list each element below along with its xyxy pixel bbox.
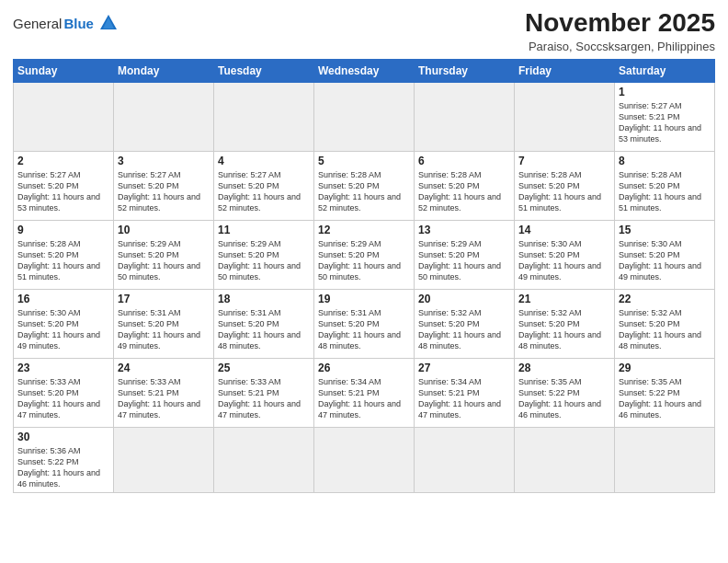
day-number: 14 xyxy=(518,224,610,236)
weekday-header-thursday: Thursday xyxy=(415,59,515,82)
logo-text: General Blue xyxy=(13,13,119,33)
calendar-cell: 3Sunrise: 5:27 AM Sunset: 5:20 PM Daylig… xyxy=(114,151,214,220)
calendar-cell xyxy=(14,82,114,151)
calendar-cell: 16Sunrise: 5:30 AM Sunset: 5:20 PM Dayli… xyxy=(14,289,114,358)
day-number: 12 xyxy=(318,224,410,236)
cell-info: Sunrise: 5:32 AM Sunset: 5:20 PM Dayligh… xyxy=(518,307,610,352)
cell-info: Sunrise: 5:33 AM Sunset: 5:20 PM Dayligh… xyxy=(17,376,109,421)
day-number: 27 xyxy=(418,362,510,374)
cell-info: Sunrise: 5:31 AM Sunset: 5:20 PM Dayligh… xyxy=(118,307,210,352)
calendar-cell: 22Sunrise: 5:32 AM Sunset: 5:20 PM Dayli… xyxy=(615,289,715,358)
day-number: 13 xyxy=(418,224,510,236)
location: Paraiso, Soccsksargen, Philippines xyxy=(525,40,715,53)
calendar-cell: 14Sunrise: 5:30 AM Sunset: 5:20 PM Dayli… xyxy=(515,220,615,289)
logo-general-text: General xyxy=(13,16,62,31)
calendar-cell: 1Sunrise: 5:27 AM Sunset: 5:21 PM Daylig… xyxy=(615,82,715,151)
cell-info: Sunrise: 5:27 AM Sunset: 5:20 PM Dayligh… xyxy=(218,169,310,214)
calendar-cell: 28Sunrise: 5:35 AM Sunset: 5:22 PM Dayli… xyxy=(515,358,615,427)
calendar-cell: 8Sunrise: 5:28 AM Sunset: 5:20 PM Daylig… xyxy=(615,151,715,220)
cell-info: Sunrise: 5:29 AM Sunset: 5:20 PM Dayligh… xyxy=(118,238,210,283)
cell-info: Sunrise: 5:34 AM Sunset: 5:21 PM Dayligh… xyxy=(418,376,510,421)
calendar-cell: 2Sunrise: 5:27 AM Sunset: 5:20 PM Daylig… xyxy=(14,151,114,220)
day-number: 16 xyxy=(17,293,109,305)
day-number: 5 xyxy=(318,155,410,167)
day-number: 8 xyxy=(619,155,711,167)
cell-info: Sunrise: 5:34 AM Sunset: 5:21 PM Dayligh… xyxy=(318,376,410,421)
day-number: 10 xyxy=(118,224,210,236)
day-number: 23 xyxy=(17,362,109,374)
weekday-header-monday: Monday xyxy=(114,59,214,82)
calendar-cell xyxy=(214,82,314,151)
calendar-cell: 7Sunrise: 5:28 AM Sunset: 5:20 PM Daylig… xyxy=(515,151,615,220)
calendar-cell xyxy=(415,82,515,151)
day-number: 28 xyxy=(518,362,610,374)
cell-info: Sunrise: 5:33 AM Sunset: 5:21 PM Dayligh… xyxy=(218,376,310,421)
weekday-header-row: SundayMondayTuesdayWednesdayThursdayFrid… xyxy=(14,59,715,82)
calendar-cell: 4Sunrise: 5:27 AM Sunset: 5:20 PM Daylig… xyxy=(214,151,314,220)
calendar-cell: 10Sunrise: 5:29 AM Sunset: 5:20 PM Dayli… xyxy=(114,220,214,289)
calendar-cell: 21Sunrise: 5:32 AM Sunset: 5:20 PM Dayli… xyxy=(515,289,615,358)
page: General Blue November 2025 Paraiso, Socc… xyxy=(0,0,728,563)
calendar-week-row: 23Sunrise: 5:33 AM Sunset: 5:20 PM Dayli… xyxy=(14,358,715,427)
calendar-cell: 19Sunrise: 5:31 AM Sunset: 5:20 PM Dayli… xyxy=(314,289,415,358)
calendar-cell xyxy=(615,427,715,493)
title-area: November 2025 Paraiso, Soccsksargen, Phi… xyxy=(525,9,715,53)
weekday-header-tuesday: Tuesday xyxy=(214,59,314,82)
calendar-cell: 29Sunrise: 5:35 AM Sunset: 5:22 PM Dayli… xyxy=(615,358,715,427)
logo-blue-text: Blue xyxy=(63,16,94,31)
calendar-cell: 24Sunrise: 5:33 AM Sunset: 5:21 PM Dayli… xyxy=(114,358,214,427)
day-number: 19 xyxy=(318,293,410,305)
day-number: 2 xyxy=(17,155,109,167)
cell-info: Sunrise: 5:36 AM Sunset: 5:22 PM Dayligh… xyxy=(17,445,109,490)
day-number: 11 xyxy=(218,224,310,236)
cell-info: Sunrise: 5:32 AM Sunset: 5:20 PM Dayligh… xyxy=(418,307,510,352)
day-number: 29 xyxy=(619,362,711,374)
cell-info: Sunrise: 5:30 AM Sunset: 5:20 PM Dayligh… xyxy=(619,238,711,283)
cell-info: Sunrise: 5:28 AM Sunset: 5:20 PM Dayligh… xyxy=(17,238,109,283)
calendar-week-row: 2Sunrise: 5:27 AM Sunset: 5:20 PM Daylig… xyxy=(14,151,715,220)
weekday-header-wednesday: Wednesday xyxy=(314,59,415,82)
cell-info: Sunrise: 5:35 AM Sunset: 5:22 PM Dayligh… xyxy=(619,376,711,421)
cell-info: Sunrise: 5:31 AM Sunset: 5:20 PM Dayligh… xyxy=(318,307,410,352)
day-number: 22 xyxy=(619,293,711,305)
cell-info: Sunrise: 5:32 AM Sunset: 5:20 PM Dayligh… xyxy=(619,307,711,352)
cell-info: Sunrise: 5:29 AM Sunset: 5:20 PM Dayligh… xyxy=(218,238,310,283)
cell-info: Sunrise: 5:33 AM Sunset: 5:21 PM Dayligh… xyxy=(118,376,210,421)
calendar-cell: 15Sunrise: 5:30 AM Sunset: 5:20 PM Dayli… xyxy=(615,220,715,289)
cell-info: Sunrise: 5:28 AM Sunset: 5:20 PM Dayligh… xyxy=(518,169,610,214)
cell-info: Sunrise: 5:28 AM Sunset: 5:20 PM Dayligh… xyxy=(318,169,410,214)
calendar-cell xyxy=(114,82,214,151)
calendar-cell: 9Sunrise: 5:28 AM Sunset: 5:20 PM Daylig… xyxy=(14,220,114,289)
day-number: 15 xyxy=(619,224,711,236)
cell-info: Sunrise: 5:27 AM Sunset: 5:21 PM Dayligh… xyxy=(619,100,711,145)
cell-info: Sunrise: 5:30 AM Sunset: 5:20 PM Dayligh… xyxy=(17,307,109,352)
header: General Blue November 2025 Paraiso, Socc… xyxy=(13,9,715,53)
calendar-cell xyxy=(314,82,415,151)
calendar-cell: 17Sunrise: 5:31 AM Sunset: 5:20 PM Dayli… xyxy=(114,289,214,358)
cell-info: Sunrise: 5:30 AM Sunset: 5:20 PM Dayligh… xyxy=(518,238,610,283)
calendar-cell: 12Sunrise: 5:29 AM Sunset: 5:20 PM Dayli… xyxy=(314,220,415,289)
day-number: 18 xyxy=(218,293,310,305)
day-number: 4 xyxy=(218,155,310,167)
cell-info: Sunrise: 5:28 AM Sunset: 5:20 PM Dayligh… xyxy=(619,169,711,214)
cell-info: Sunrise: 5:31 AM Sunset: 5:20 PM Dayligh… xyxy=(218,307,310,352)
calendar-cell xyxy=(415,427,515,493)
day-number: 17 xyxy=(118,293,210,305)
month-title: November 2025 xyxy=(525,9,715,38)
day-number: 3 xyxy=(118,155,210,167)
calendar-cell: 23Sunrise: 5:33 AM Sunset: 5:20 PM Dayli… xyxy=(14,358,114,427)
calendar-cell xyxy=(314,427,415,493)
cell-info: Sunrise: 5:29 AM Sunset: 5:20 PM Dayligh… xyxy=(418,238,510,283)
weekday-header-sunday: Sunday xyxy=(14,59,114,82)
day-number: 6 xyxy=(418,155,510,167)
calendar-cell xyxy=(214,427,314,493)
cell-info: Sunrise: 5:35 AM Sunset: 5:22 PM Dayligh… xyxy=(518,376,610,421)
cell-info: Sunrise: 5:29 AM Sunset: 5:20 PM Dayligh… xyxy=(318,238,410,283)
calendar-cell xyxy=(515,82,615,151)
calendar-week-row: 16Sunrise: 5:30 AM Sunset: 5:20 PM Dayli… xyxy=(14,289,715,358)
calendar-cell: 5Sunrise: 5:28 AM Sunset: 5:20 PM Daylig… xyxy=(314,151,415,220)
cell-info: Sunrise: 5:27 AM Sunset: 5:20 PM Dayligh… xyxy=(118,169,210,214)
calendar: SundayMondayTuesdayWednesdayThursdayFrid… xyxy=(13,59,715,494)
calendar-week-row: 30Sunrise: 5:36 AM Sunset: 5:22 PM Dayli… xyxy=(14,427,715,493)
day-number: 30 xyxy=(17,431,109,443)
